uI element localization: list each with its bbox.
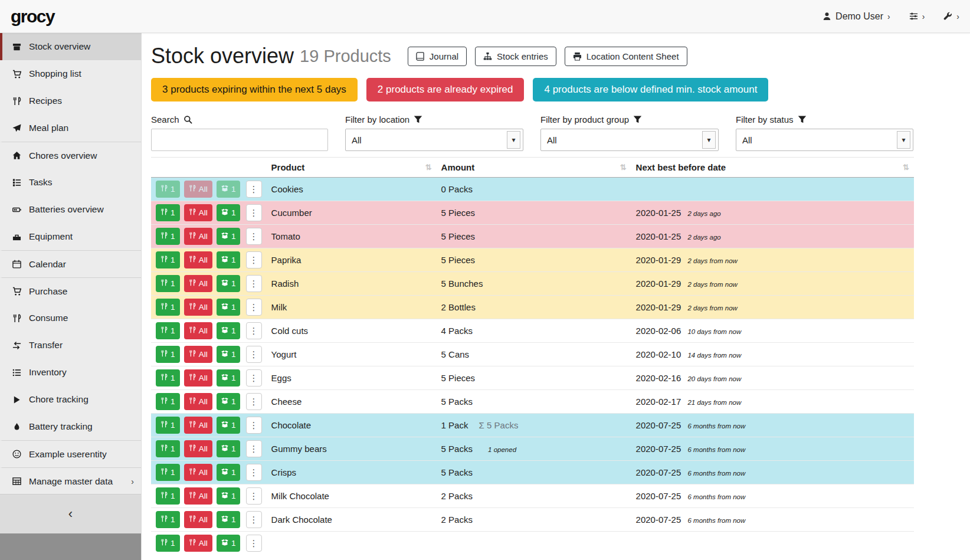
row-menu-button[interactable]: ⋮: [246, 511, 262, 528]
open-one-button[interactable]: 1: [217, 299, 241, 316]
product-group-select[interactable]: All: [540, 129, 719, 151]
header-button-stock-entries[interactable]: Stock entries: [475, 47, 556, 66]
consume-one-button[interactable]: 1: [156, 299, 180, 316]
row-menu-button[interactable]: ⋮: [246, 487, 262, 505]
sidebar-item-batteries-overview[interactable]: Batteries overview: [0, 196, 141, 223]
sort-icon[interactable]: ⇅: [903, 163, 909, 172]
sidebar-item-shopping-list[interactable]: Shopping list: [0, 60, 141, 87]
row-menu-button[interactable]: ⋮: [246, 251, 262, 268]
status-banner-4-products-are-below-defined-min-stock-amount[interactable]: 4 products are below defined min. stock …: [533, 78, 768, 101]
open-one-button[interactable]: 1: [217, 181, 241, 198]
open-one-button[interactable]: 1: [217, 204, 241, 221]
consume-all-button[interactable]: All: [184, 535, 212, 552]
row-menu-button[interactable]: ⋮: [246, 322, 262, 339]
app-logo[interactable]: grocy: [11, 6, 54, 27]
open-one-button[interactable]: 1: [217, 487, 241, 505]
column-header-amount[interactable]: Amount ⇅: [437, 158, 631, 178]
consume-one-button[interactable]: 1: [156, 393, 180, 410]
row-menu-button[interactable]: ⋮: [246, 275, 262, 292]
consume-all-button[interactable]: All: [184, 393, 212, 410]
header-button-location-content-sheet[interactable]: Location Content Sheet: [565, 47, 687, 66]
row-menu-button[interactable]: ⋮: [246, 417, 262, 434]
consume-all-button[interactable]: All: [184, 417, 212, 434]
open-one-button[interactable]: 1: [217, 275, 241, 292]
consume-one-button[interactable]: 1: [156, 369, 180, 387]
sidebar-item-stock-overview[interactable]: Stock overview: [0, 33, 141, 60]
sidebar-item-inventory[interactable]: Inventory: [0, 359, 141, 386]
consume-all-button[interactable]: All: [184, 181, 212, 198]
sidebar-item-recipes[interactable]: Recipes: [0, 87, 141, 114]
sidebar-item-chores-overview[interactable]: Chores overview: [0, 142, 141, 169]
consume-all-button[interactable]: All: [184, 228, 212, 245]
consume-one-button[interactable]: 1: [156, 204, 180, 221]
consume-one-button[interactable]: 1: [156, 181, 180, 198]
location-select[interactable]: All: [345, 129, 523, 151]
consume-all-button[interactable]: All: [184, 440, 212, 457]
column-header-next-best-before-date[interactable]: Next best before date ⇅: [631, 158, 914, 178]
row-menu-button[interactable]: ⋮: [246, 346, 262, 363]
sidebar-collapse-button[interactable]: ‹: [0, 494, 141, 533]
status-banner-3-products-expiring-within-the-next-5-days[interactable]: 3 products expiring within the next 5 da…: [151, 78, 358, 101]
row-menu-button[interactable]: ⋮: [246, 464, 262, 481]
consume-all-button[interactable]: All: [184, 322, 212, 339]
consume-all-button[interactable]: All: [184, 369, 212, 387]
row-menu-button[interactable]: ⋮: [246, 535, 262, 552]
row-menu-button[interactable]: ⋮: [246, 181, 262, 198]
consume-one-button[interactable]: 1: [156, 251, 180, 268]
sidebar-item-equipment[interactable]: Equipment: [0, 223, 141, 250]
sidebar-item-calendar[interactable]: Calendar: [0, 250, 141, 277]
sidebar-item-tasks[interactable]: Tasks: [0, 169, 141, 196]
row-menu-button[interactable]: ⋮: [246, 204, 262, 221]
consume-one-button[interactable]: 1: [156, 228, 180, 245]
open-one-button[interactable]: 1: [217, 393, 241, 410]
sidebar-item-chore-tracking[interactable]: Chore tracking: [0, 386, 141, 413]
open-one-button[interactable]: 1: [217, 535, 241, 552]
open-one-button[interactable]: 1: [217, 228, 241, 245]
sidebar-item-meal-plan[interactable]: Meal plan: [0, 114, 141, 142]
consume-all-button[interactable]: All: [184, 464, 212, 481]
column-header-product[interactable]: Product ⇅: [267, 158, 437, 178]
consume-one-button[interactable]: 1: [156, 535, 180, 552]
row-menu-button[interactable]: ⋮: [246, 299, 262, 316]
sort-icon[interactable]: ⇅: [425, 163, 432, 172]
row-menu-button[interactable]: ⋮: [246, 369, 262, 387]
open-one-button[interactable]: 1: [217, 440, 241, 457]
row-menu-button[interactable]: ⋮: [246, 393, 262, 410]
sort-icon[interactable]: ⇅: [620, 163, 627, 172]
open-one-button[interactable]: 1: [217, 417, 241, 434]
sidebar-item-battery-tracking[interactable]: Battery tracking: [0, 413, 141, 440]
consume-all-button[interactable]: All: [184, 511, 212, 528]
sidebar-item-purchase[interactable]: Purchase: [0, 277, 141, 304]
consume-all-button[interactable]: All: [184, 487, 212, 505]
consume-all-button[interactable]: All: [184, 346, 212, 363]
consume-one-button[interactable]: 1: [156, 440, 180, 457]
search-input[interactable]: [151, 129, 328, 151]
status-select[interactable]: All: [736, 129, 913, 151]
consume-one-button[interactable]: 1: [156, 346, 180, 363]
status-banner-2-products-are-already-expired[interactable]: 2 products are already expired: [366, 78, 525, 101]
header-button-journal[interactable]: Journal: [408, 47, 467, 66]
sidebar-item-transfer[interactable]: Transfer: [0, 332, 141, 359]
open-one-button[interactable]: 1: [217, 464, 241, 481]
consume-all-button[interactable]: All: [184, 275, 212, 292]
open-one-button[interactable]: 1: [217, 511, 241, 528]
consume-all-button[interactable]: All: [184, 299, 212, 316]
sidebar-item-consume[interactable]: Consume: [0, 304, 141, 332]
consume-one-button[interactable]: 1: [156, 417, 180, 434]
row-menu-button[interactable]: ⋮: [246, 440, 262, 457]
settings-menu[interactable]: ›: [909, 12, 925, 21]
sidebar-item-manage-master-data[interactable]: Manage master data ›: [0, 467, 141, 494]
consume-one-button[interactable]: 1: [156, 275, 180, 292]
consume-one-button[interactable]: 1: [156, 322, 180, 339]
open-one-button[interactable]: 1: [217, 346, 241, 363]
open-one-button[interactable]: 1: [217, 322, 241, 339]
open-one-button[interactable]: 1: [217, 251, 241, 268]
admin-menu[interactable]: ›: [943, 12, 959, 21]
sidebar-item-example-userentity[interactable]: Example userentity: [0, 440, 141, 467]
consume-one-button[interactable]: 1: [156, 464, 180, 481]
open-one-button[interactable]: 1: [217, 369, 241, 387]
user-menu[interactable]: Demo User ›: [822, 11, 890, 22]
consume-all-button[interactable]: All: [184, 251, 212, 268]
consume-one-button[interactable]: 1: [156, 487, 180, 505]
consume-all-button[interactable]: All: [184, 204, 212, 221]
